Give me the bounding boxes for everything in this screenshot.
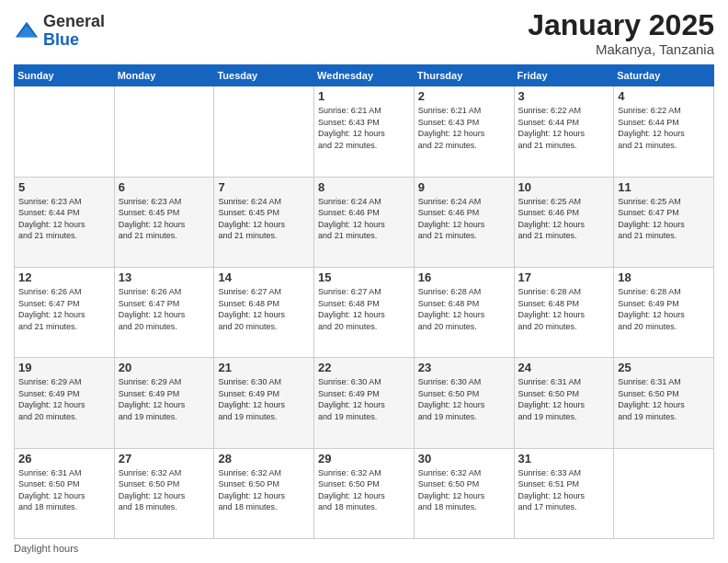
calendar-cell: 24Sunrise: 6:31 AM Sunset: 6:50 PM Dayli… xyxy=(514,358,614,448)
calendar-cell: 14Sunrise: 6:27 AM Sunset: 6:48 PM Dayli… xyxy=(214,267,314,357)
day-number: 21 xyxy=(218,361,310,374)
calendar-cell: 1Sunrise: 6:21 AM Sunset: 6:43 PM Daylig… xyxy=(314,86,415,177)
calendar-cell: 13Sunrise: 6:26 AM Sunset: 6:47 PM Dayli… xyxy=(114,267,214,357)
day-number: 17 xyxy=(518,270,610,284)
calendar-cell: 6Sunrise: 6:23 AM Sunset: 6:45 PM Daylig… xyxy=(114,177,214,267)
calendar-cell: 21Sunrise: 6:30 AM Sunset: 6:49 PM Dayli… xyxy=(214,358,314,448)
calendar-cell xyxy=(214,86,314,177)
calendar-cell: 8Sunrise: 6:24 AM Sunset: 6:46 PM Daylig… xyxy=(314,177,415,267)
day-info: Sunrise: 6:32 AM Sunset: 6:50 PM Dayligh… xyxy=(218,467,310,513)
day-info: Sunrise: 6:23 AM Sunset: 6:45 PM Dayligh… xyxy=(119,196,210,242)
day-info: Sunrise: 6:28 AM Sunset: 6:48 PM Dayligh… xyxy=(418,286,510,332)
day-info: Sunrise: 6:32 AM Sunset: 6:50 PM Dayligh… xyxy=(318,467,410,513)
calendar-cell: 5Sunrise: 6:23 AM Sunset: 6:44 PM Daylig… xyxy=(15,177,115,267)
calendar-weekday-monday: Monday xyxy=(114,65,214,86)
day-info: Sunrise: 6:26 AM Sunset: 6:47 PM Dayligh… xyxy=(119,286,210,332)
day-number: 20 xyxy=(119,361,210,374)
title-block: January 2025 Makanya, Tanzania xyxy=(528,9,714,57)
day-info: Sunrise: 6:25 AM Sunset: 6:46 PM Dayligh… xyxy=(518,196,610,242)
day-info: Sunrise: 6:30 AM Sunset: 6:49 PM Dayligh… xyxy=(218,376,310,422)
day-info: Sunrise: 6:22 AM Sunset: 6:44 PM Dayligh… xyxy=(518,105,610,151)
day-number: 6 xyxy=(119,180,210,194)
footer: Daylight hours xyxy=(14,543,714,554)
calendar-table: SundayMondayTuesdayWednesdayThursdayFrid… xyxy=(14,64,714,539)
calendar-cell: 16Sunrise: 6:28 AM Sunset: 6:48 PM Dayli… xyxy=(414,267,514,357)
day-number: 1 xyxy=(318,89,410,103)
day-info: Sunrise: 6:24 AM Sunset: 6:45 PM Dayligh… xyxy=(218,196,310,242)
day-info: Sunrise: 6:26 AM Sunset: 6:47 PM Dayligh… xyxy=(18,286,110,332)
day-number: 15 xyxy=(318,270,410,284)
day-info: Sunrise: 6:31 AM Sunset: 6:50 PM Dayligh… xyxy=(518,376,610,422)
day-info: Sunrise: 6:30 AM Sunset: 6:49 PM Dayligh… xyxy=(318,376,410,422)
logo-text: General Blue xyxy=(43,13,105,50)
calendar-cell: 15Sunrise: 6:27 AM Sunset: 6:48 PM Dayli… xyxy=(314,267,415,357)
day-info: Sunrise: 6:33 AM Sunset: 6:51 PM Dayligh… xyxy=(518,467,610,513)
day-number: 25 xyxy=(618,361,710,374)
day-info: Sunrise: 6:28 AM Sunset: 6:49 PM Dayligh… xyxy=(618,286,710,332)
day-info: Sunrise: 6:28 AM Sunset: 6:48 PM Dayligh… xyxy=(518,286,610,332)
calendar-header-row: SundayMondayTuesdayWednesdayThursdayFrid… xyxy=(15,65,714,86)
day-number: 7 xyxy=(218,180,310,194)
calendar-cell: 9Sunrise: 6:24 AM Sunset: 6:46 PM Daylig… xyxy=(414,177,514,267)
calendar-cell: 18Sunrise: 6:28 AM Sunset: 6:49 PM Dayli… xyxy=(614,267,714,357)
day-info: Sunrise: 6:31 AM Sunset: 6:50 PM Dayligh… xyxy=(18,467,110,513)
day-number: 27 xyxy=(119,452,210,465)
day-info: Sunrise: 6:30 AM Sunset: 6:50 PM Dayligh… xyxy=(418,376,510,422)
logo-blue: Blue xyxy=(43,30,79,49)
calendar-weekday-wednesday: Wednesday xyxy=(314,65,415,86)
calendar-week-4: 19Sunrise: 6:29 AM Sunset: 6:49 PM Dayli… xyxy=(15,358,714,448)
day-number: 26 xyxy=(18,452,110,465)
day-info: Sunrise: 6:32 AM Sunset: 6:50 PM Dayligh… xyxy=(418,467,510,513)
location: Makanya, Tanzania xyxy=(528,41,714,57)
calendar-cell: 29Sunrise: 6:32 AM Sunset: 6:50 PM Dayli… xyxy=(314,448,415,538)
day-info: Sunrise: 6:21 AM Sunset: 6:43 PM Dayligh… xyxy=(418,105,510,151)
day-number: 18 xyxy=(618,270,710,284)
day-info: Sunrise: 6:24 AM Sunset: 6:46 PM Dayligh… xyxy=(418,196,510,242)
calendar-cell: 23Sunrise: 6:30 AM Sunset: 6:50 PM Dayli… xyxy=(414,358,514,448)
calendar-cell: 22Sunrise: 6:30 AM Sunset: 6:49 PM Dayli… xyxy=(314,358,415,448)
day-number: 22 xyxy=(318,361,410,374)
calendar-cell: 30Sunrise: 6:32 AM Sunset: 6:50 PM Dayli… xyxy=(414,448,514,538)
page: General Blue January 2025 Makanya, Tanza… xyxy=(0,0,728,563)
daylight-label: Daylight hours xyxy=(14,543,78,554)
day-info: Sunrise: 6:24 AM Sunset: 6:46 PM Dayligh… xyxy=(318,196,410,242)
day-info: Sunrise: 6:29 AM Sunset: 6:49 PM Dayligh… xyxy=(18,376,110,422)
day-number: 30 xyxy=(418,452,510,465)
day-number: 28 xyxy=(218,452,310,465)
day-number: 31 xyxy=(518,452,610,465)
day-info: Sunrise: 6:32 AM Sunset: 6:50 PM Dayligh… xyxy=(119,467,210,513)
calendar-cell: 20Sunrise: 6:29 AM Sunset: 6:49 PM Dayli… xyxy=(114,358,214,448)
calendar-week-3: 12Sunrise: 6:26 AM Sunset: 6:47 PM Dayli… xyxy=(15,267,714,357)
day-number: 19 xyxy=(18,361,110,374)
day-number: 24 xyxy=(518,361,610,374)
day-info: Sunrise: 6:29 AM Sunset: 6:49 PM Dayligh… xyxy=(119,376,210,422)
day-number: 13 xyxy=(119,270,210,284)
calendar-weekday-thursday: Thursday xyxy=(414,65,514,86)
header: General Blue January 2025 Makanya, Tanza… xyxy=(14,9,714,57)
calendar-weekday-friday: Friday xyxy=(514,65,614,86)
logo-general: General xyxy=(43,12,105,30)
day-info: Sunrise: 6:25 AM Sunset: 6:47 PM Dayligh… xyxy=(618,196,710,242)
calendar-cell xyxy=(15,86,115,177)
day-number: 12 xyxy=(18,270,110,284)
calendar-cell: 31Sunrise: 6:33 AM Sunset: 6:51 PM Dayli… xyxy=(514,448,614,538)
day-number: 5 xyxy=(18,180,110,194)
day-info: Sunrise: 6:21 AM Sunset: 6:43 PM Dayligh… xyxy=(318,105,410,151)
day-number: 2 xyxy=(418,89,510,103)
calendar-cell xyxy=(114,86,214,177)
calendar-cell: 2Sunrise: 6:21 AM Sunset: 6:43 PM Daylig… xyxy=(414,86,514,177)
calendar-cell: 3Sunrise: 6:22 AM Sunset: 6:44 PM Daylig… xyxy=(514,86,614,177)
calendar-week-1: 1Sunrise: 6:21 AM Sunset: 6:43 PM Daylig… xyxy=(15,86,714,177)
calendar-weekday-tuesday: Tuesday xyxy=(214,65,314,86)
day-number: 3 xyxy=(518,89,610,103)
day-number: 16 xyxy=(418,270,510,284)
calendar-weekday-sunday: Sunday xyxy=(15,65,115,86)
day-number: 8 xyxy=(318,180,410,194)
day-number: 4 xyxy=(618,89,710,103)
calendar-cell: 4Sunrise: 6:22 AM Sunset: 6:44 PM Daylig… xyxy=(614,86,714,177)
day-number: 9 xyxy=(418,180,510,194)
day-number: 14 xyxy=(218,270,310,284)
day-number: 29 xyxy=(318,452,410,465)
day-info: Sunrise: 6:27 AM Sunset: 6:48 PM Dayligh… xyxy=(218,286,310,332)
day-number: 11 xyxy=(618,180,710,194)
